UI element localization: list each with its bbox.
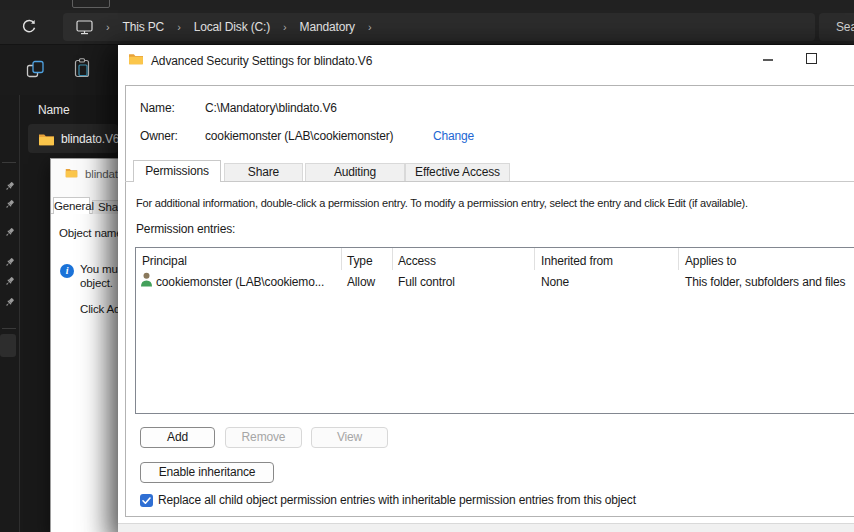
column-divider[interactable] bbox=[341, 248, 342, 270]
chevron-right-icon: › bbox=[177, 21, 181, 33]
dialog-title: Advanced Security Settings for blindato.… bbox=[151, 54, 372, 68]
this-pc-icon bbox=[76, 20, 93, 35]
explorer-tab-remnant[interactable] bbox=[72, 0, 110, 8]
screen: › This PC › Local Disk (C:) › Mandatory … bbox=[0, 0, 854, 532]
properties-click-add-text: Click Ad bbox=[80, 303, 120, 315]
column-divider[interactable] bbox=[534, 248, 535, 270]
pin-icon bbox=[4, 276, 15, 290]
cell-inherited-from: None bbox=[541, 275, 569, 289]
refresh-icon[interactable] bbox=[20, 18, 37, 38]
name-label: Name: bbox=[140, 101, 175, 115]
column-divider[interactable] bbox=[678, 248, 679, 270]
col-header-inherited-from[interactable]: Inherited from bbox=[541, 254, 613, 268]
folder-icon bbox=[38, 132, 55, 146]
owner-label: Owner: bbox=[140, 129, 178, 143]
tab-baseline bbox=[125, 181, 854, 182]
tab-permissions[interactable]: Permissions bbox=[133, 160, 221, 182]
pin-icon bbox=[4, 181, 15, 195]
col-header-principal[interactable]: Principal bbox=[142, 254, 187, 268]
folder-icon bbox=[65, 167, 78, 180]
cell-applies-to: This folder, subfolders and files bbox=[685, 275, 845, 289]
enable-inheritance-button[interactable]: Enable inheritance bbox=[140, 462, 274, 483]
col-header-access[interactable]: Access bbox=[398, 254, 436, 268]
remove-button: Remove bbox=[225, 427, 302, 448]
folder-icon bbox=[128, 52, 144, 68]
breadcrumb-this-pc[interactable]: This PC bbox=[123, 20, 165, 34]
file-row-blindato[interactable]: blindato.V6 bbox=[28, 124, 118, 153]
replace-permissions-label[interactable]: Replace all child object permission entr… bbox=[158, 494, 636, 507]
tab-effective-access[interactable]: Effective Access bbox=[405, 163, 510, 181]
advanced-security-dialog: Advanced Security Settings for blindato.… bbox=[118, 45, 854, 532]
breadcrumb-mandatory[interactable]: Mandatory bbox=[300, 20, 355, 34]
permissions-help-text: For additional information, double-click… bbox=[136, 197, 748, 209]
chevron-right-icon: › bbox=[106, 21, 110, 33]
pin-icon bbox=[4, 199, 15, 213]
explorer-address-bar: › This PC › Local Disk (C:) › Mandatory … bbox=[0, 10, 854, 45]
dialog-footer bbox=[118, 523, 854, 532]
breadcrumb-local-disk[interactable]: Local Disk (C:) bbox=[194, 20, 270, 34]
column-divider[interactable] bbox=[392, 248, 393, 270]
search-input[interactable]: Sea bbox=[819, 13, 854, 41]
properties-info-text-line1: You mus bbox=[80, 263, 123, 275]
user-icon bbox=[140, 272, 153, 290]
rail-divider bbox=[2, 328, 16, 329]
explorer-top-strip bbox=[0, 0, 854, 10]
file-name-label: blindato.V6 bbox=[61, 132, 119, 146]
col-header-type[interactable]: Type bbox=[347, 254, 372, 268]
cell-access: Full control bbox=[398, 275, 455, 289]
minimize-button[interactable] bbox=[763, 59, 773, 61]
chevron-right-icon: › bbox=[283, 21, 287, 33]
paste-icon[interactable] bbox=[73, 58, 91, 82]
search-box-text: Sea bbox=[836, 20, 854, 34]
owner-value: cookiemonster (LAB\cookiemonster) bbox=[205, 129, 393, 143]
col-header-applies-to[interactable]: Applies to bbox=[685, 254, 736, 268]
copy-icon[interactable] bbox=[26, 60, 45, 82]
nav-item-selected[interactable] bbox=[0, 334, 16, 357]
nav-pane-rail bbox=[0, 95, 20, 532]
change-owner-link[interactable]: Change bbox=[433, 129, 474, 143]
tab-share[interactable]: Share bbox=[224, 163, 303, 181]
pin-icon bbox=[4, 257, 15, 271]
name-value: C:\Mandatory\blindato.V6 bbox=[205, 101, 337, 115]
breadcrumb[interactable]: › This PC › Local Disk (C:) › Mandatory … bbox=[63, 13, 815, 41]
tab-auditing[interactable]: Auditing bbox=[305, 163, 405, 181]
pin-icon bbox=[4, 297, 15, 311]
rail-divider bbox=[2, 162, 16, 163]
chevron-right-icon: › bbox=[368, 21, 372, 33]
column-header-name[interactable]: Name bbox=[38, 103, 69, 117]
permission-entries-label: Permission entries: bbox=[136, 222, 235, 236]
info-icon: i bbox=[60, 264, 74, 278]
cell-principal: cookiemonster (LAB\cookiemo... bbox=[156, 275, 324, 289]
replace-permissions-checkbox[interactable] bbox=[140, 494, 153, 507]
add-button[interactable]: Add bbox=[140, 427, 215, 448]
tab-general[interactable]: General bbox=[53, 197, 90, 214]
cell-type: Allow bbox=[347, 275, 375, 289]
permission-entries-table[interactable]: Principal Type Access Inherited from App… bbox=[135, 247, 854, 414]
object-name-label: Object name: bbox=[59, 227, 126, 239]
pin-icon bbox=[4, 227, 15, 241]
view-button: View bbox=[311, 427, 388, 448]
maximize-button[interactable] bbox=[806, 53, 817, 64]
properties-info-text-line2: object. bbox=[80, 277, 113, 289]
